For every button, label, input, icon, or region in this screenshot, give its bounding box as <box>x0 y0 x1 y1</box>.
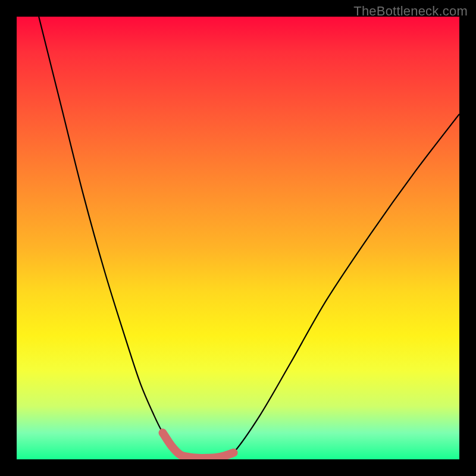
plot-area <box>17 17 459 459</box>
curve-svg <box>17 17 459 459</box>
trough-highlight <box>163 433 234 458</box>
chart-frame: TheBottleneck.com <box>0 0 476 476</box>
curve-left-branch <box>39 17 459 458</box>
watermark-text: TheBottleneck.com <box>353 4 468 19</box>
